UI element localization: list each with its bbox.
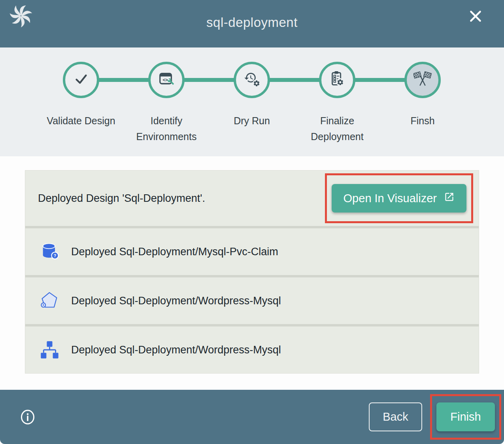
code-config-icon: <>: [157, 70, 176, 90]
info-icon[interactable]: [20, 409, 36, 425]
open-in-new-icon: [444, 192, 455, 205]
step-finalize-deployment-circle[interactable]: [319, 62, 355, 98]
step-validate-design-circle[interactable]: [63, 62, 99, 98]
step-finsh-label: Finsh: [387, 113, 458, 129]
result-text: Deployed Sql-Deployment/Wordpress-Mysql: [71, 344, 281, 356]
finish-button[interactable]: Finish: [436, 402, 495, 431]
result-row-pvc: ? Deployed Sql-Deployment/Mysql-Pvc-Clai…: [25, 228, 479, 275]
back-button[interactable]: Back: [369, 402, 422, 431]
step-identify-environments-circle[interactable]: <>: [148, 62, 185, 98]
topology-deployment-icon: [40, 340, 60, 360]
step-validate-design-label: Validate Design: [45, 113, 117, 129]
step-dry-run-label: Dry Run: [216, 113, 287, 129]
pentagon-service-icon: [40, 290, 60, 311]
step-identify-environments-label: Identify Environments: [131, 113, 202, 144]
meshery-logo-icon: [9, 4, 32, 27]
deployment-results: Deployed Design 'Sql-Deployment'. Open I…: [0, 156, 504, 390]
results-card: Deployed Design 'Sql-Deployment'. Open I…: [25, 170, 479, 374]
deployment-wizard-modal: sql-deployment <>: [0, 0, 504, 444]
highlight-box-finish: Finish: [430, 394, 501, 440]
step-finsh-circle[interactable]: [404, 62, 441, 98]
modal-title: sql-deployment: [206, 15, 298, 30]
history-gear-icon: [243, 70, 261, 90]
summary-text: Deployed Design 'Sql-Deployment'.: [38, 192, 205, 205]
summary-row: Deployed Design 'Sql-Deployment'. Open I…: [25, 171, 479, 226]
check-icon: [72, 70, 90, 90]
step-finalize-deployment-label: Finalize Deployment: [302, 113, 373, 144]
pvc-database-icon: ?: [40, 241, 60, 262]
result-text: Deployed Sql-Deployment/Wordpress-Mysql: [71, 295, 281, 307]
wizard-stepper: <>: [0, 47, 504, 156]
highlight-box-visualizer: Open In Visualizer: [325, 173, 473, 223]
close-icon[interactable]: [468, 9, 483, 25]
result-text: Deployed Sql-Deployment/Mysql-Pvc-Claim: [71, 246, 278, 258]
step-dry-run-circle[interactable]: [234, 62, 270, 98]
finish-flags-icon: [413, 70, 432, 90]
svg-text:?: ?: [54, 253, 57, 258]
open-in-visualizer-button[interactable]: Open In Visualizer: [332, 184, 466, 213]
svg-text:<>: <>: [162, 77, 168, 83]
result-row-service: Deployed Sql-Deployment/Wordpress-Mysql: [25, 277, 479, 324]
modal-footer: Back Finish: [0, 390, 504, 444]
modal-header: sql-deployment: [0, 0, 504, 47]
checklist-gear-icon: [328, 70, 346, 90]
open-in-visualizer-label: Open In Visualizer: [344, 192, 437, 205]
result-row-deployment: Deployed Sql-Deployment/Wordpress-Mysql: [25, 326, 479, 373]
